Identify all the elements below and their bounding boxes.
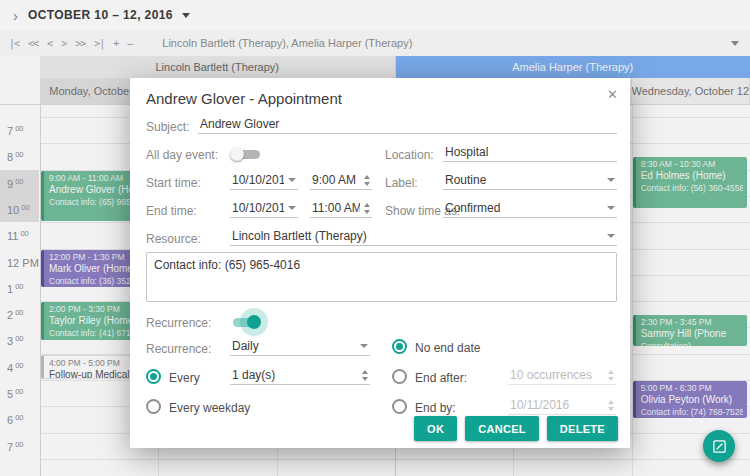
- radio-every[interactable]: [146, 369, 161, 384]
- start-time-label: Start time:: [146, 176, 201, 190]
- dialog-button-row: OK CANCEL DELETE: [414, 416, 618, 441]
- location-input[interactable]: [443, 143, 617, 162]
- dropdown-caret-icon: [607, 178, 615, 182]
- radio-every-weekday[interactable]: [146, 399, 161, 414]
- dropdown-caret-icon: [360, 344, 368, 348]
- dropdown-caret-icon: [288, 206, 296, 210]
- every-interval-spinner[interactable]: 1 day(s): [230, 366, 370, 385]
- end-time-label: End time:: [146, 204, 197, 218]
- label-label: Label:: [385, 176, 418, 190]
- every-interval-value: 1 day(s): [232, 368, 275, 382]
- recurrence-type-dropdown[interactable]: Daily: [230, 337, 370, 356]
- end-date-picker[interactable]: 10/10/2016: [230, 199, 298, 218]
- resource-dropdown[interactable]: Lincoln Bartlett (Therapy): [230, 227, 617, 246]
- spinner-icons[interactable]: [608, 370, 614, 381]
- all-day-label: All day event:: [146, 148, 218, 162]
- dropdown-caret-icon: [607, 206, 615, 210]
- end-date-value: 10/10/2016: [232, 201, 284, 215]
- start-date-picker[interactable]: 10/10/2016: [230, 171, 298, 190]
- delete-button[interactable]: DELETE: [547, 416, 618, 441]
- subject-label: Subject:: [146, 120, 189, 134]
- show-time-as-dropdown[interactable]: Confirmed: [443, 199, 617, 218]
- start-time-value: 9:00 AM: [312, 173, 356, 187]
- label-dropdown[interactable]: Routine: [443, 171, 617, 190]
- close-icon[interactable]: ✕: [607, 87, 618, 102]
- end-time-spinner[interactable]: 11:00 AM: [310, 199, 372, 218]
- resource-label: Resource:: [146, 232, 201, 246]
- radio-end-by[interactable]: [392, 399, 407, 414]
- end-after-value: 10 occurrences: [510, 368, 592, 382]
- appointment-dialog: Andrew Glover - Appointment ✕ Subject: A…: [130, 78, 630, 448]
- spinner-icons[interactable]: [362, 370, 368, 381]
- label-value: Routine: [445, 173, 486, 187]
- recurrence-type-value: Daily: [232, 339, 259, 353]
- toggle-knob: [230, 147, 244, 161]
- spinner-icons[interactable]: [608, 400, 614, 411]
- notes-textarea[interactable]: Contact info: (65) 965-4016: [146, 252, 617, 302]
- subject-input[interactable]: [198, 115, 617, 134]
- every-weekday-label: Every weekday: [169, 401, 250, 415]
- dropdown-caret-icon: [607, 234, 615, 238]
- cancel-button[interactable]: CANCEL: [465, 416, 539, 441]
- scheduler-app: › OCTOBER 10 – 12, 2016 |<<<<>>>>|+– Lin…: [0, 0, 750, 476]
- radio-no-end-date[interactable]: [392, 339, 407, 354]
- end-time-value: 11:00 AM: [312, 201, 360, 215]
- spinner-icons[interactable]: [364, 175, 370, 186]
- radio-end-after[interactable]: [392, 369, 407, 384]
- resource-value: Lincoln Bartlett (Therapy): [232, 229, 367, 243]
- ok-button[interactable]: OK: [414, 416, 457, 441]
- recurrence-type-label: Recurrence:: [146, 342, 211, 356]
- dialog-title: Andrew Glover - Appointment: [146, 90, 342, 107]
- toggle-knob: [247, 315, 261, 329]
- show-time-as-value: Confirmed: [445, 201, 500, 215]
- end-by-value: 10/11/2016: [510, 398, 569, 412]
- recurrence-toggle-label: Recurrence:: [146, 316, 211, 330]
- end-after-label: End after:: [415, 371, 467, 385]
- all-day-toggle[interactable]: [230, 146, 264, 162]
- recurrence-toggle[interactable]: [230, 314, 264, 330]
- start-date-value: 10/10/2016: [232, 173, 284, 187]
- spinner-icons[interactable]: [364, 203, 370, 214]
- edit-icon: [712, 439, 727, 454]
- dropdown-caret-icon: [288, 178, 296, 182]
- end-by-label: End by:: [415, 401, 456, 415]
- end-after-input[interactable]: 10 occurrences: [508, 366, 616, 385]
- new-appointment-fab[interactable]: [703, 430, 735, 462]
- every-label: Every: [169, 371, 200, 385]
- location-label: Location:: [385, 148, 434, 162]
- start-time-spinner[interactable]: 9:00 AM: [310, 171, 372, 190]
- no-end-date-label: No end date: [415, 341, 480, 355]
- end-by-input[interactable]: 10/11/2016: [508, 396, 616, 415]
